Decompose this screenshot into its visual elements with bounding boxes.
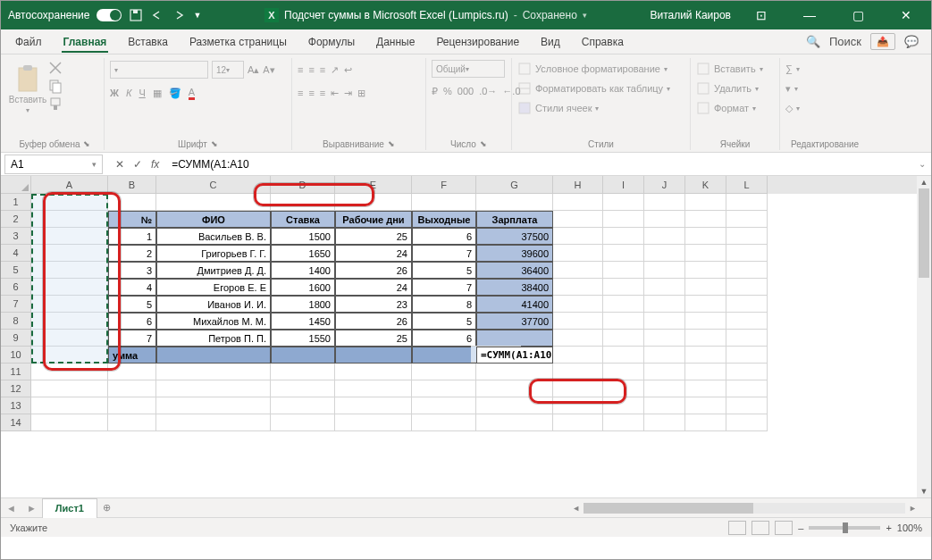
cell[interactable] (156, 364, 271, 380)
cell[interactable] (685, 245, 726, 262)
cell[interactable]: 24 (335, 245, 412, 262)
ribbon-display-icon[interactable]: ⊡ (743, 3, 779, 28)
cell[interactable]: Васильев В. В. (156, 228, 271, 245)
cell[interactable] (31, 194, 108, 211)
tab-file[interactable]: Файл (4, 29, 53, 54)
font-family-select[interactable] (110, 61, 208, 79)
cell[interactable] (644, 228, 685, 245)
column-header[interactable]: B (108, 176, 156, 194)
zoom-out-icon[interactable]: – (798, 522, 803, 533)
cell[interactable] (271, 380, 335, 397)
cell[interactable]: Рабочие дни (335, 211, 412, 228)
cell[interactable] (685, 296, 726, 313)
cell[interactable] (553, 364, 603, 380)
cell[interactable]: Дмитриев Д. Д. (156, 262, 271, 279)
row-header[interactable]: 3 (1, 228, 31, 245)
cell[interactable]: 1550 (271, 330, 335, 347)
align-middle-icon[interactable]: ≡ (308, 64, 314, 75)
cell[interactable]: 5 (108, 296, 156, 313)
cell[interactable] (553, 414, 603, 431)
cell[interactable] (603, 245, 644, 262)
delete-cells-button[interactable]: Удалить (696, 79, 759, 97)
cell[interactable]: 5 (412, 313, 476, 330)
cell[interactable]: 26 (335, 262, 412, 279)
row-header[interactable]: 5 (1, 262, 31, 279)
cell[interactable] (31, 211, 108, 228)
cell[interactable] (271, 194, 335, 211)
align-top-icon[interactable]: ≡ (298, 64, 303, 75)
cell[interactable]: 7 (412, 279, 476, 296)
scroll-up-icon[interactable]: ▲ (917, 176, 931, 188)
tab-formulas[interactable]: Формулы (298, 29, 365, 54)
fx-icon[interactable]: fx (151, 158, 164, 171)
column-header[interactable]: L (726, 176, 768, 194)
cell[interactable] (156, 194, 271, 211)
cell[interactable] (553, 380, 603, 397)
cell[interactable]: 39600 (476, 245, 553, 262)
cell[interactable] (31, 364, 108, 380)
sheet-nav-next-icon[interactable]: ► (21, 503, 42, 514)
cell[interactable]: 5 (412, 262, 476, 279)
cell[interactable] (726, 330, 768, 347)
cell[interactable] (726, 279, 768, 296)
cell[interactable]: 1500 (271, 228, 335, 245)
sheet-tab[interactable]: Лист1 (42, 498, 97, 518)
cell[interactable] (685, 414, 726, 431)
cell[interactable] (31, 296, 108, 313)
cell[interactable] (412, 194, 476, 211)
cell[interactable] (553, 313, 603, 330)
cell[interactable] (685, 380, 726, 397)
cell[interactable] (644, 380, 685, 397)
cell[interactable] (476, 414, 553, 431)
cell[interactable]: 8 (412, 296, 476, 313)
cell[interactable] (603, 296, 644, 313)
cell[interactable] (335, 414, 412, 431)
cell[interactable] (644, 330, 685, 347)
cell[interactable]: 7 (108, 330, 156, 347)
expand-formula-bar-icon[interactable]: ⌄ (913, 159, 931, 169)
column-header[interactable]: C (156, 176, 271, 194)
cell[interactable] (685, 330, 726, 347)
cell[interactable] (685, 211, 726, 228)
cell[interactable]: 25 (335, 330, 412, 347)
cell[interactable]: Иванов И. И. (156, 296, 271, 313)
select-all-button[interactable] (1, 176, 31, 194)
spreadsheet-grid[interactable]: ABCDEFGHIJKL 1234567891011121314 №ФИОСта… (1, 176, 931, 497)
maximize-button[interactable]: ▢ (840, 3, 876, 28)
cell[interactable]: 24 (335, 279, 412, 296)
cell[interactable] (476, 397, 553, 414)
format-painter-icon[interactable] (47, 96, 63, 112)
cell[interactable] (271, 347, 335, 364)
cell[interactable]: Зарплата (476, 211, 553, 228)
cell[interactable]: 1400 (271, 262, 335, 279)
cell[interactable] (553, 245, 603, 262)
cell[interactable] (156, 380, 271, 397)
decrease-font-icon[interactable]: A▾ (263, 64, 274, 76)
cell[interactable] (603, 262, 644, 279)
cell[interactable] (335, 364, 412, 380)
search-label[interactable]: Поиск (829, 35, 861, 48)
align-bottom-icon[interactable]: ≡ (320, 64, 325, 75)
cell[interactable] (644, 245, 685, 262)
insert-cells-button[interactable]: Вставить (696, 60, 763, 78)
cell[interactable] (335, 194, 412, 211)
cell[interactable] (644, 414, 685, 431)
cell[interactable]: 25 (335, 228, 412, 245)
conditional-formatting-button[interactable]: Условное форматирование (517, 60, 668, 78)
cell[interactable] (335, 347, 412, 364)
row-header[interactable]: 2 (1, 211, 31, 228)
cell[interactable] (335, 380, 412, 397)
cell[interactable]: № (108, 211, 156, 228)
cell[interactable] (271, 414, 335, 431)
font-size-select[interactable]: 12 (212, 61, 244, 79)
cell[interactable]: 6 (412, 228, 476, 245)
autosave-toggle[interactable] (97, 9, 122, 21)
cell[interactable] (685, 228, 726, 245)
row-header[interactable]: 9 (1, 330, 31, 347)
tab-home[interactable]: Главная (53, 29, 118, 54)
cell[interactable] (553, 279, 603, 296)
view-page-break-icon[interactable] (775, 521, 793, 535)
number-format-select[interactable]: Общий (432, 60, 505, 78)
format-cells-button[interactable]: Формат (696, 99, 756, 117)
view-normal-icon[interactable] (728, 521, 746, 535)
